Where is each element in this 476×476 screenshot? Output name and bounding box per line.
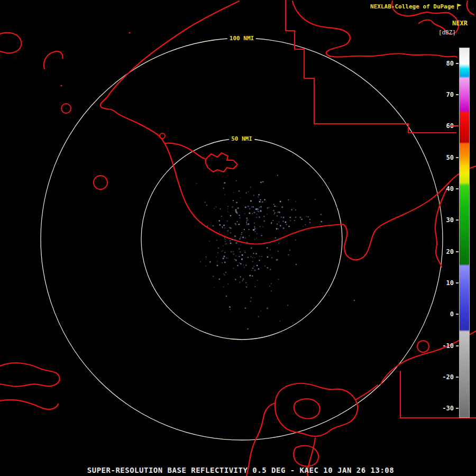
echo-dot xyxy=(319,224,320,225)
echo-dot xyxy=(225,239,226,240)
echo-dot xyxy=(254,270,255,271)
echo-dot xyxy=(209,261,211,263)
echo-dot xyxy=(218,248,219,249)
echo-dot xyxy=(288,254,289,255)
echo-dot xyxy=(217,265,218,267)
echo-dot xyxy=(209,241,210,242)
echo-dot xyxy=(254,226,255,227)
echo-dot xyxy=(240,216,240,217)
echo-dot xyxy=(281,217,282,218)
echo-dot xyxy=(261,256,262,257)
echo-dot xyxy=(260,310,261,311)
colorbar-tick xyxy=(456,94,459,95)
echo-dot xyxy=(225,244,226,245)
echo-dot xyxy=(249,213,250,214)
echo-dot xyxy=(287,305,288,306)
geo-line xyxy=(100,1,343,244)
echo-dot xyxy=(225,241,225,242)
echo-dot xyxy=(271,290,272,291)
echo-dot xyxy=(240,197,241,198)
echo-dot xyxy=(222,226,223,227)
echo-dot xyxy=(255,231,256,232)
echo-dot xyxy=(283,216,285,218)
colorbar-tick xyxy=(456,345,459,346)
echo-dot xyxy=(276,228,278,230)
echo-dot xyxy=(226,243,227,244)
colorbar-tick xyxy=(456,188,459,189)
echo-dot xyxy=(213,276,214,277)
echo-dot xyxy=(271,283,272,284)
radar-display: 100 NMI50 NMI NEXLAB-College of DuPage N… xyxy=(0,0,476,476)
echo-dot xyxy=(258,194,260,196)
echo-dot xyxy=(233,192,234,193)
echo-dot xyxy=(321,221,322,223)
echo-dot xyxy=(282,221,283,222)
echo-dot xyxy=(261,235,262,236)
colorbar-tick xyxy=(456,63,459,64)
echo-dot xyxy=(300,216,301,218)
echo-dot xyxy=(253,253,254,254)
echo-dot xyxy=(237,265,239,267)
echo-dot xyxy=(246,219,248,221)
echo-dot xyxy=(278,251,279,252)
echo-dot xyxy=(244,229,245,230)
echo-dot xyxy=(244,213,245,214)
echo-dot xyxy=(226,296,227,297)
echo-dot xyxy=(267,207,268,209)
colorbar-tick-label: 0 xyxy=(435,310,454,318)
echo-dot xyxy=(354,300,355,301)
colorbar-tick-label: -30 xyxy=(435,405,454,412)
echo-dot xyxy=(223,258,224,259)
range-ring xyxy=(141,139,342,340)
echo-dot xyxy=(227,258,228,259)
echo-dot xyxy=(204,202,205,203)
units-label: [dBZ] xyxy=(438,29,456,36)
echo-dot xyxy=(305,224,306,225)
echo-dot xyxy=(291,209,292,210)
colorbar-tick-label: 30 xyxy=(435,216,454,224)
echo-dot xyxy=(295,209,297,211)
echo-dot xyxy=(275,237,277,239)
echo-dot xyxy=(241,232,242,233)
echo-dot xyxy=(288,199,289,200)
geo-line xyxy=(294,399,320,418)
echo-dot xyxy=(279,243,280,244)
echo-dot xyxy=(255,286,256,287)
colorbar-tick xyxy=(450,125,459,126)
echo-dot xyxy=(269,286,270,287)
echo-dot xyxy=(259,207,260,208)
reflectivity-colorbar xyxy=(459,48,470,418)
echo-dot xyxy=(295,240,296,241)
echo-dot xyxy=(274,206,275,207)
echo-dot xyxy=(250,200,252,202)
echo-dot xyxy=(214,208,215,209)
echo-dot xyxy=(227,206,228,207)
echo-dot xyxy=(243,264,244,266)
echo-dot xyxy=(302,219,303,220)
echo-dot xyxy=(267,214,268,215)
geo-line xyxy=(0,363,60,387)
echo-dot xyxy=(245,264,246,266)
echo-dot xyxy=(251,256,252,257)
echo-dot xyxy=(251,270,252,271)
echo-dot xyxy=(221,251,222,252)
echo-dot xyxy=(267,307,268,309)
echo-dot xyxy=(222,250,223,251)
colorbar-tick xyxy=(456,282,459,283)
geo-line xyxy=(44,51,62,69)
echo-dot xyxy=(236,202,237,204)
echo-dot xyxy=(260,206,262,208)
echo-dot xyxy=(262,226,263,227)
echo-dot xyxy=(236,180,237,181)
geo-line xyxy=(355,385,378,400)
echo-dot xyxy=(234,259,235,260)
echo-dot xyxy=(242,237,244,239)
echo-dot xyxy=(223,245,224,246)
echo-dot xyxy=(279,222,280,223)
geo-line xyxy=(0,400,58,409)
echo-dot xyxy=(237,221,238,222)
colorbar-tick-label: 70 xyxy=(435,91,454,98)
echo-dot xyxy=(233,268,234,269)
echo-dot xyxy=(249,208,250,209)
echo-dot xyxy=(257,210,258,212)
